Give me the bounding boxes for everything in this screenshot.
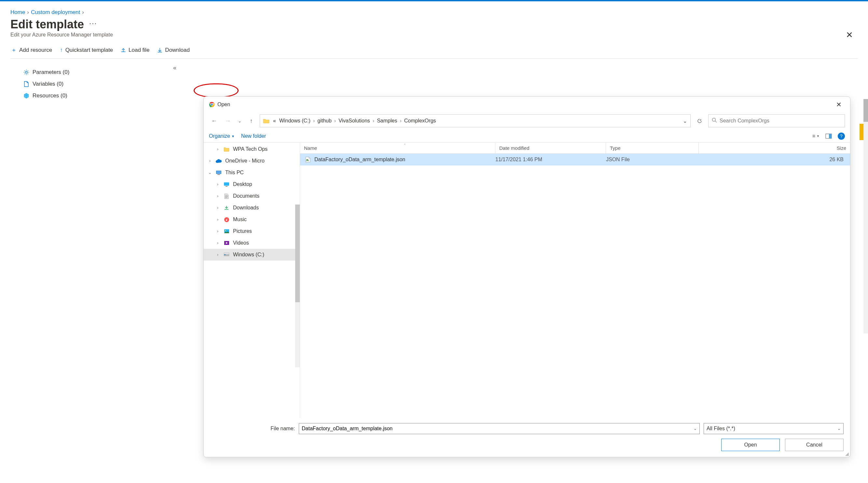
breadcrumb-home[interactable]: Home	[10, 9, 25, 16]
expand-icon[interactable]: ⌄	[208, 170, 212, 175]
tree-parameters[interactable]: Parameters (0)	[24, 66, 186, 78]
nav-tree-label: Desktop	[233, 181, 252, 187]
nav-tree-item[interactable]: ›Desktop	[204, 178, 300, 190]
nav-tree-label: OneDrive - Micro	[225, 158, 265, 164]
nav-tree-item[interactable]: ›Downloads	[204, 202, 300, 214]
filename-field[interactable]	[302, 426, 693, 431]
nav-tree-item[interactable]: ⌄This PC	[204, 167, 300, 178]
more-actions-button[interactable]: ···	[89, 19, 97, 30]
nav-tree-item[interactable]: ›Videos	[204, 237, 300, 249]
expand-icon[interactable]: ›	[215, 205, 220, 210]
load-file-button[interactable]: Load file	[120, 46, 150, 55]
download-icon	[157, 48, 162, 53]
sort-indicator-icon: ⌃	[404, 143, 406, 147]
breadcrumb-sep-icon: ›	[27, 9, 29, 16]
dialog-close-button[interactable]: ✕	[833, 100, 845, 110]
refresh-button[interactable]	[694, 114, 705, 127]
svg-rect-17	[224, 253, 229, 254]
cancel-button[interactable]: Cancel	[785, 439, 844, 451]
nav-tree-item[interactable]: ›Documents	[204, 190, 300, 202]
editor-scrollbar-thumb[interactable]	[863, 99, 868, 122]
column-header-type[interactable]: Type	[606, 143, 699, 153]
json-file-icon	[305, 156, 311, 163]
expand-icon[interactable]: ›	[208, 159, 212, 163]
location-expand-icon[interactable]: ⌄	[683, 118, 687, 124]
open-button[interactable]: Open	[721, 439, 780, 451]
file-open-dialog: Open ✕ ← → ⌄ ↑ « Windows (C:)› github› V…	[204, 96, 850, 457]
file-type: JSON File	[606, 157, 699, 163]
add-resource-button[interactable]: ＋ Add resource	[10, 45, 53, 55]
nav-up-button[interactable]: ↑	[246, 116, 256, 126]
location-crumb[interactable]: VivaSolutions	[337, 117, 371, 124]
nav-tree-label: Windows (C:)	[233, 252, 264, 258]
template-tree: Parameters (0) Variables (0) Resources (…	[10, 62, 186, 102]
download-button[interactable]: Download	[157, 46, 190, 55]
tree-variables-label: Variables (0)	[33, 81, 63, 87]
column-header-name[interactable]: Name ⌃	[300, 143, 495, 153]
svg-rect-10	[224, 182, 229, 186]
column-header-date[interactable]: Date modified	[495, 143, 606, 153]
file-row[interactable]: DataFactory_oData_arm_template.json11/17…	[300, 154, 850, 166]
quickstart-template-label: Quickstart template	[65, 47, 113, 53]
expand-icon[interactable]: ›	[215, 147, 220, 151]
svg-rect-8	[216, 171, 221, 174]
nav-tree-item[interactable]: ›Pictures	[204, 225, 300, 237]
dialog-search-field[interactable]	[720, 118, 841, 124]
download-label: Download	[165, 47, 190, 53]
filetype-dropdown-icon: ⌄	[837, 426, 841, 431]
view-options-button[interactable]: ≡ ▼	[812, 133, 819, 139]
breadcrumb-custom-deployment[interactable]: Custom deployment	[31, 9, 80, 16]
location-crumb[interactable]: github	[316, 117, 333, 124]
expand-icon[interactable]: ›	[215, 229, 220, 233]
dialog-search-input[interactable]	[708, 114, 845, 127]
nav-tree-item[interactable]: ›Windows (C:)	[204, 249, 300, 260]
preview-pane-button[interactable]	[825, 134, 832, 139]
help-button[interactable]: ?	[838, 133, 845, 140]
organize-button[interactable]: Organize▼	[209, 133, 235, 139]
nav-forward-button[interactable]: →	[223, 116, 233, 126]
dialog-nav-row: ← → ⌄ ↑ « Windows (C:)› github› VivaSolu…	[204, 112, 850, 131]
quickstart-template-button[interactable]: ↑ Quickstart template	[59, 46, 114, 55]
chrome-icon	[209, 102, 215, 108]
document-icon	[24, 81, 29, 87]
expand-icon[interactable]: ›	[215, 252, 220, 257]
svg-rect-19	[306, 161, 309, 162]
tree-resources[interactable]: Resources (0)	[24, 90, 186, 102]
location-crumb[interactable]: ComplexOrgs	[403, 117, 437, 124]
nav-back-button[interactable]: ←	[209, 116, 219, 126]
nav-tree-scrollbar-thumb[interactable]	[295, 204, 300, 302]
upload-arrow-icon: ↑	[60, 47, 63, 53]
nav-tree-item[interactable]: ›Music	[204, 214, 300, 225]
nav-tree-item[interactable]: ›OneDrive - Micro	[204, 155, 300, 167]
dialog-titlebar: Open ✕	[204, 97, 850, 112]
nav-recent-button[interactable]: ⌄	[236, 118, 243, 123]
editor-change-marker	[860, 124, 863, 140]
expand-icon[interactable]: ›	[215, 182, 220, 187]
folder-icon	[262, 117, 270, 124]
filename-label: File name:	[210, 426, 295, 431]
editor-scrollbar[interactable]	[863, 99, 868, 334]
collapse-tree-button[interactable]: «	[173, 64, 177, 71]
filename-input[interactable]: ⌄	[299, 423, 700, 434]
location-overflow-icon[interactable]: «	[272, 118, 277, 124]
column-header-size[interactable]: Size	[699, 143, 850, 153]
expand-icon[interactable]: ›	[215, 241, 220, 245]
location-crumb[interactable]: Windows (C:)	[278, 117, 312, 124]
filename-dropdown-icon[interactable]: ⌄	[693, 426, 697, 431]
nav-tree-label: Documents	[233, 193, 259, 199]
new-folder-button[interactable]: New folder	[241, 133, 266, 139]
nav-tree-label: WPA Tech Ops	[233, 146, 268, 152]
filetype-select[interactable]: All Files (*.*) ⌄	[704, 423, 844, 434]
nav-tree-item[interactable]: ›WPA Tech Ops	[204, 143, 300, 155]
upload-arrow-icon	[121, 48, 126, 53]
svg-rect-9	[217, 174, 220, 175]
expand-icon[interactable]: ›	[215, 217, 220, 222]
download-icon	[223, 204, 230, 211]
location-crumb[interactable]: Samples	[376, 117, 398, 124]
tree-resources-label: Resources (0)	[33, 92, 67, 99]
tree-variables[interactable]: Variables (0)	[24, 78, 186, 90]
nav-tree-label: This PC	[225, 170, 244, 175]
close-blade-button[interactable]: ✕	[846, 30, 853, 40]
expand-icon[interactable]: ›	[215, 194, 220, 198]
location-bar[interactable]: « Windows (C:)› github› VivaSolutions› S…	[260, 114, 691, 127]
